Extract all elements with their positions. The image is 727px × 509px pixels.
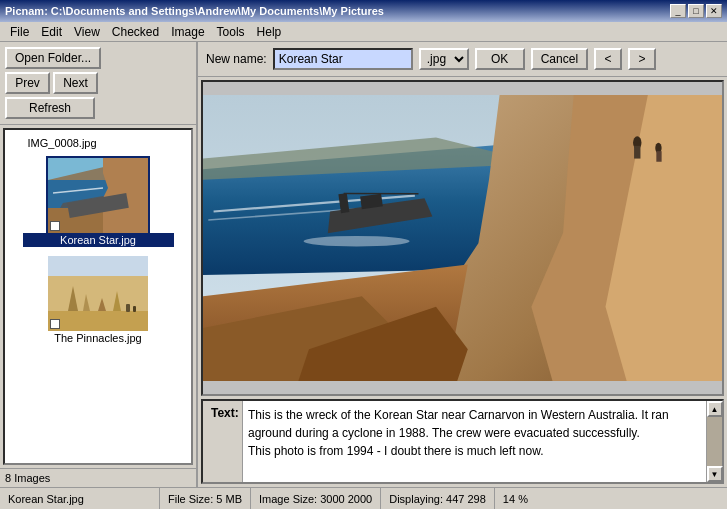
file-item-name: Korean Star.jpg [23,233,174,247]
thumbnail [48,256,148,331]
menu-checked[interactable]: Checked [107,24,164,40]
list-item[interactable]: Korean Star.jpg [21,156,176,249]
right-panel: New name: .jpg .png .bmp OK Cancel < > [198,42,727,487]
menu-file[interactable]: File [5,24,34,40]
next-nav-button[interactable]: > [628,48,656,70]
prev-nav-button[interactable]: < [594,48,622,70]
svg-rect-9 [48,311,148,331]
text-content: This is the wreck of the Korean Star nea… [243,401,706,482]
extension-select[interactable]: .jpg .png .bmp [419,48,469,70]
menu-tools[interactable]: Tools [212,24,250,40]
thumbnail [48,158,148,233]
list-item[interactable]: The Pinnacles.jpg [21,254,176,347]
menu-view[interactable]: View [69,24,105,40]
item-checkbox[interactable] [50,221,60,231]
desert-thumbnail [48,256,148,331]
list-item[interactable]: IMG_0008.jpg [21,135,176,151]
menu-bar: File Edit View Checked Image Tools Help [0,22,727,42]
svg-rect-8 [48,256,148,276]
svg-rect-33 [634,146,640,159]
toolbar-row-2: Prev Next [5,72,191,94]
status-bar: Korean Star.jpg File Size: 5 MB Image Si… [0,487,727,509]
svg-point-29 [304,236,410,247]
status-filename: Korean Star.jpg [0,488,160,509]
ok-button[interactable]: OK [475,48,525,70]
main-content: Open Folder... Prev Next Refresh IMG_000… [0,42,727,487]
file-item-name: IMG_0008.jpg [23,137,174,149]
status-imagesize: Image Size: 3000 2000 [251,488,381,509]
file-item-name: The Pinnacles.jpg [23,331,174,345]
title-bar: Picnam: C:\Documents and Settings\Andrew… [0,0,727,22]
image-display [201,80,724,396]
toolbar: Open Folder... Prev Next Refresh [0,42,196,125]
scroll-down-button[interactable]: ▼ [707,466,723,482]
open-folder-button[interactable]: Open Folder... [5,47,101,69]
refresh-button[interactable]: Refresh [5,97,95,119]
window-controls: _ □ ✕ [670,4,722,18]
left-panel: Open Folder... Prev Next Refresh IMG_000… [0,42,198,487]
ship-thumbnail [48,158,148,233]
file-list-inner: IMG_0008.jpg [5,130,191,352]
cancel-button[interactable]: Cancel [531,48,588,70]
name-bar: New name: .jpg .png .bmp OK Cancel < > [198,42,727,77]
maximize-button[interactable]: □ [688,4,704,18]
toolbar-row-1: Open Folder... [5,47,191,69]
menu-image[interactable]: Image [166,24,209,40]
text-label: Text: [203,401,243,482]
svg-marker-4 [98,158,148,233]
svg-rect-15 [133,306,136,312]
toolbar-row-3: Refresh [5,97,191,119]
next-button[interactable]: Next [53,72,98,94]
item-checkbox[interactable] [50,319,60,329]
svg-rect-35 [656,151,661,162]
minimize-button[interactable]: _ [670,4,686,18]
window-title: Picnam: C:\Documents and Settings\Andrew… [5,5,384,17]
status-filesize: File Size: 5 MB [160,488,251,509]
menu-help[interactable]: Help [252,24,287,40]
new-name-input[interactable] [273,48,413,70]
images-count: 8 Images [0,468,196,487]
text-description-area: Text: This is the wreck of the Korean St… [201,399,724,484]
scroll-up-button[interactable]: ▲ [707,401,723,417]
status-displaying: Displaying: 447 298 [381,488,495,509]
menu-edit[interactable]: Edit [36,24,67,40]
svg-rect-14 [126,304,130,312]
scroll-track [707,417,722,466]
close-button[interactable]: ✕ [706,4,722,18]
status-zoom: 14 % [495,488,536,509]
new-name-label: New name: [206,52,267,66]
text-scrollbar[interactable]: ▲ ▼ [706,401,722,482]
file-list[interactable]: IMG_0008.jpg [3,128,193,465]
main-image-svg [203,82,722,394]
prev-button[interactable]: Prev [5,72,50,94]
